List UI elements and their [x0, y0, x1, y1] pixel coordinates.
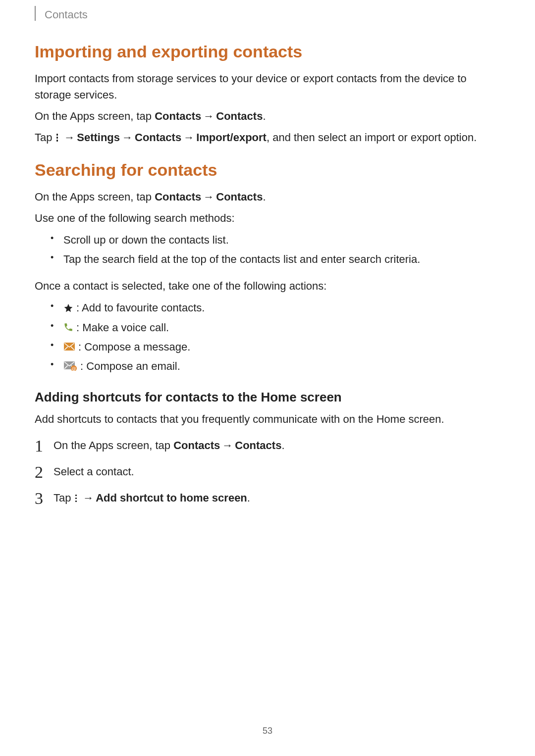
header-divider: [35, 6, 36, 21]
message-icon: [63, 342, 75, 352]
section-name: Contacts: [45, 8, 88, 21]
actions-intro: Once a contact is selected, take one of …: [35, 278, 500, 294]
list-item: @ : Compose an email.: [54, 357, 500, 375]
step-2: Select a contact.: [35, 463, 500, 480]
document-page: Contacts Importing and exporting contact…: [0, 0, 535, 536]
intro-paragraph: Import contacts from storage services to…: [35, 70, 500, 103]
nav-instruction-1: On the Apps screen, tap Contacts→Contact…: [35, 108, 500, 124]
list-item: : Compose a message.: [54, 338, 500, 355]
shortcut-steps: On the Apps screen, tap Contacts→Contact…: [35, 437, 500, 506]
list-item: Scroll up or down the contacts list.: [54, 231, 500, 249]
search-methods-intro: Use one of the following search methods:: [35, 210, 500, 226]
shortcuts-intro: Add shortcuts to contacts that you frequ…: [35, 411, 500, 427]
more-options-icon: [55, 134, 59, 142]
list-item: Tap the search field at the top of the c…: [54, 251, 500, 268]
email-icon: @: [63, 361, 77, 371]
step-1: On the Apps screen, tap Contacts→Contact…: [35, 437, 500, 454]
search-methods-list: Scroll up or down the contacts list. Tap…: [35, 231, 500, 268]
more-options-icon: [74, 495, 78, 503]
actions-list: : Add to favourite contacts. : Make a vo…: [35, 299, 500, 375]
heading-searching: Searching for contacts: [35, 160, 500, 180]
phone-icon: [63, 322, 73, 332]
nav-instruction-3: On the Apps screen, tap Contacts→Contact…: [35, 189, 500, 205]
heading-importing-exporting: Importing and exporting contacts: [35, 42, 500, 61]
list-item: : Make a voice call.: [54, 319, 500, 336]
svg-text:@: @: [71, 366, 76, 371]
step-3: Tap →Add shortcut to home screen.: [35, 490, 500, 506]
heading-shortcuts: Adding shortcuts for contacts to the Hom…: [35, 390, 500, 405]
nav-instruction-2: Tap →Settings→Contacts→Import/export, an…: [35, 129, 500, 146]
list-item: : Add to favourite contacts.: [54, 299, 500, 316]
page-header: Contacts: [35, 7, 500, 22]
page-number: 53: [0, 726, 535, 736]
star-icon: [63, 303, 73, 313]
